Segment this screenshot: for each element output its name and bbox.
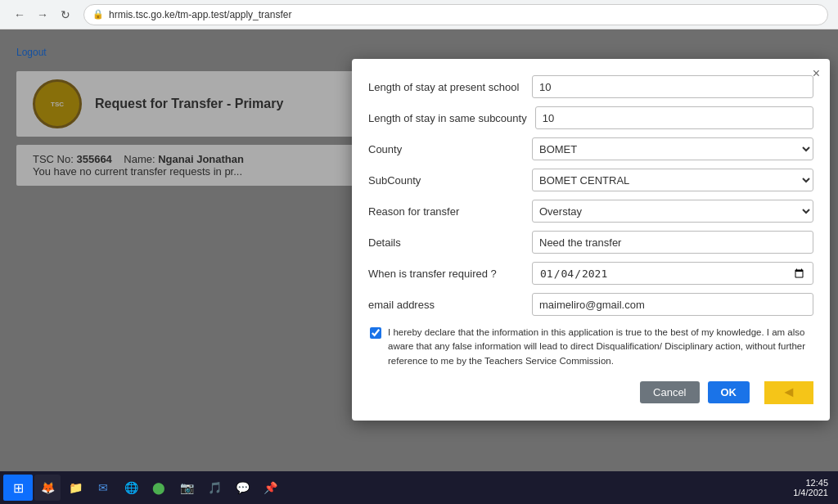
- details-label: Details: [368, 236, 524, 249]
- start-button[interactable]: [3, 475, 33, 501]
- modal-footer: Cancel OK: [368, 381, 813, 404]
- taskbar-app1-icon[interactable]: 📷: [173, 475, 200, 501]
- stay-present-label: Length of stay at present school: [368, 81, 524, 93]
- modal-close-button[interactable]: ×: [813, 67, 820, 80]
- transfer-date-label: When is transfer required ?: [368, 268, 524, 280]
- stay-subcounty-row: Length of stay in same subcounty: [368, 106, 813, 129]
- stay-subcounty-label: Length of stay in same subcounty: [368, 112, 527, 124]
- clock-time: 12:45: [793, 478, 828, 488]
- taskbar: 🦊 📁 ✉ 🌐 ⬤ 📷 🎵 💬 📌 12:45 1/4/2021: [0, 471, 838, 504]
- subcounty-label: SubCounty: [368, 174, 524, 187]
- declaration-text: I hereby declare that the information in…: [388, 326, 812, 368]
- taskbar-chrome-icon[interactable]: ⬤: [146, 475, 172, 501]
- details-input[interactable]: [532, 231, 813, 254]
- transfer-modal: × Length of stay at present school Lengt…: [352, 59, 830, 421]
- stay-present-row: Length of stay at present school: [368, 75, 813, 98]
- taskbar-app2-icon[interactable]: 🎵: [201, 475, 228, 501]
- browser-chrome: ← → ↻ 🔒 hrmis.tsc.go.ke/tm-app.test/appl…: [0, 0, 838, 29]
- page-background: Logout TSC Request for Transfer - Primar…: [0, 29, 838, 471]
- transfer-date-input[interactable]: [532, 262, 813, 285]
- email-label: email address: [368, 299, 524, 311]
- details-row: Details: [368, 231, 813, 254]
- transfer-date-row: When is transfer required ?: [368, 262, 813, 285]
- clock-date: 1/4/2021: [793, 488, 828, 497]
- email-row: email address: [368, 293, 813, 316]
- taskbar-firefox-icon[interactable]: 🦊: [34, 475, 61, 501]
- stay-subcounty-input[interactable]: [535, 106, 813, 129]
- county-select[interactable]: BOMET NAIROBI MOMBASA KISUMU NAKURU: [532, 137, 813, 160]
- stay-present-input[interactable]: [532, 75, 813, 98]
- cancel-button[interactable]: Cancel: [640, 381, 699, 403]
- lock-icon: 🔒: [92, 9, 104, 20]
- taskbar-clock: 12:45 1/4/2021: [793, 478, 835, 497]
- reason-label: Reason for transfer: [368, 205, 524, 218]
- address-bar[interactable]: 🔒 hrmis.tsc.go.ke/tm-app.test/apply_tran…: [83, 4, 828, 25]
- taskbar-app3-icon[interactable]: 💬: [229, 475, 255, 501]
- declaration-row: I hereby declare that the information in…: [368, 326, 813, 368]
- county-label: County: [368, 143, 524, 155]
- forward-button[interactable]: →: [33, 5, 52, 25]
- declaration-checkbox[interactable]: [370, 327, 381, 339]
- taskbar-edge-icon[interactable]: 🌐: [118, 475, 144, 501]
- reason-row: Reason for transfer Overstay Medical Dis…: [368, 200, 813, 223]
- email-input[interactable]: [532, 293, 813, 316]
- taskbar-folder-icon[interactable]: 📁: [62, 475, 88, 501]
- reload-button[interactable]: ↻: [56, 5, 75, 25]
- reason-select[interactable]: Overstay Medical Disciplinary Mutual Oth…: [532, 200, 813, 223]
- county-row: County BOMET NAIROBI MOMBASA KISUMU NAKU…: [368, 137, 813, 160]
- taskbar-app4-icon[interactable]: 📌: [257, 475, 283, 501]
- url-text: hrmis.tsc.go.ke/tm-app.test/apply_transf…: [109, 9, 291, 20]
- nav-buttons: ← → ↻: [10, 5, 75, 25]
- arrow-indicator: [764, 381, 813, 404]
- subcounty-row: SubCounty BOMET CENTRAL BOMET EAST CHEPA…: [368, 169, 813, 191]
- ok-button[interactable]: OK: [708, 381, 750, 403]
- back-button[interactable]: ←: [10, 5, 29, 25]
- taskbar-mail-icon[interactable]: ✉: [90, 475, 116, 501]
- subcounty-select[interactable]: BOMET CENTRAL BOMET EAST CHEPALUNGU SOTI…: [532, 169, 813, 191]
